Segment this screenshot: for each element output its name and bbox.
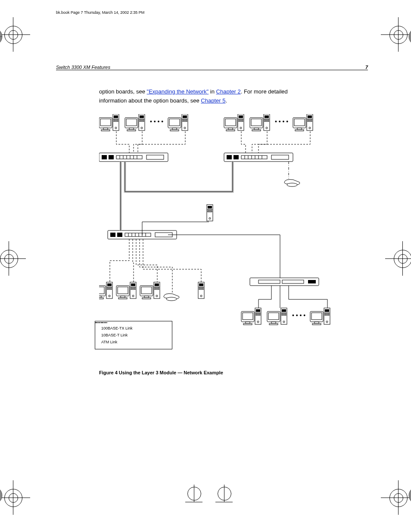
legend-label: ATM Link <box>101 339 117 345</box>
crop-mark-icon <box>381 17 411 52</box>
svg-point-4 <box>0 487 2 504</box>
svg-point-3 <box>409 28 411 45</box>
crop-mark-icon <box>0 17 30 52</box>
page-meta-text: bk.book Page 7 Thursday, March 14, 2002 … <box>56 10 144 15</box>
legend-item: 100BASE-TX Link <box>101 325 166 332</box>
text-run: option boards, see <box>99 88 147 95</box>
svg-point-5 <box>409 487 411 504</box>
text-run: . <box>225 97 227 104</box>
legend-label: 10BASE-T Link <box>101 332 128 339</box>
network-diagram: • • • • • • • • <box>99 114 368 368</box>
text-link[interactable]: "Expanding the Network" <box>147 88 209 95</box>
crop-mark-icon <box>385 241 411 276</box>
svg-text:• • • •: • • • • <box>275 118 288 125</box>
page-header: Switch 3300 XM Features 7 <box>56 65 368 70</box>
figure-caption: Figure 4 Using the Layer 3 Module — Netw… <box>99 370 368 375</box>
text-link[interactable]: Chapter 5 <box>201 97 225 104</box>
crop-mark-icon <box>0 241 26 276</box>
text-run: . For more detailed <box>241 88 288 95</box>
text-link[interactable]: Chapter 2 <box>216 88 241 95</box>
legend-item: 10BASE-T Link <box>101 332 166 339</box>
header-page-number: 7 <box>365 65 368 70</box>
svg-text:• • • •: • • • • <box>292 312 305 319</box>
text-run: in <box>209 88 216 95</box>
crop-mark-icon <box>185 485 220 519</box>
header-rule <box>56 70 368 70</box>
crop-mark-icon <box>381 480 411 515</box>
text-run: information about the option boards, see <box>99 97 201 104</box>
diagram-legend: 100BASE-TX Link 10BASE-T Link ATM Link <box>95 321 172 350</box>
paragraph-text: option boards, see "Expanding the Networ… <box>99 87 368 106</box>
header-section: Switch 3300 XM Features <box>56 65 110 70</box>
crop-mark-icon <box>215 485 250 519</box>
legend-label: 100BASE-TX Link <box>101 325 133 332</box>
crop-mark-icon <box>0 480 30 515</box>
legend-item: ATM Link <box>101 339 166 345</box>
svg-text:• • • •: • • • • <box>150 118 163 125</box>
document-page: bk.book Page 7 Thursday, March 14, 2002 … <box>0 0 411 532</box>
